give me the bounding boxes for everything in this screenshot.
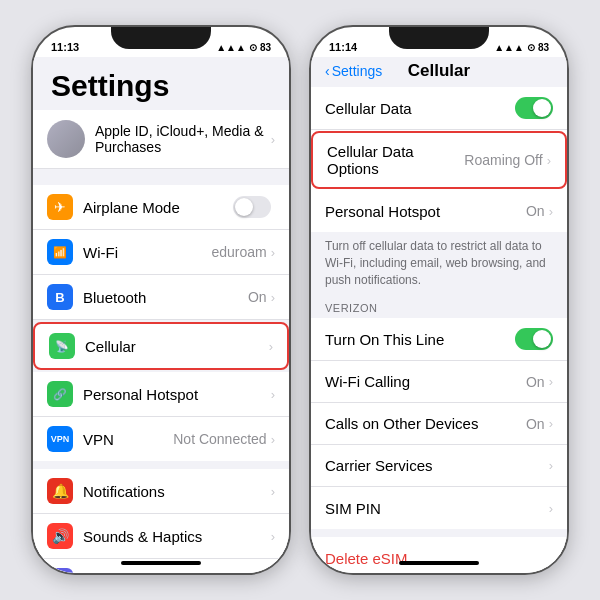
mute-button[interactable] <box>31 137 33 165</box>
bluetooth-value: On <box>248 289 267 305</box>
airplane-toggle[interactable] <box>233 196 271 218</box>
hotspot-label: Personal Hotspot <box>83 386 271 403</box>
carrier-services-row[interactable]: Carrier Services › <box>311 445 567 487</box>
bluetooth-icon: B <box>47 284 73 310</box>
home-bar-left[interactable] <box>121 561 201 565</box>
section-gap-1 <box>33 169 289 177</box>
power-button-right[interactable] <box>567 187 569 252</box>
wifi-calling-row[interactable]: Wi-Fi Calling On › <box>311 361 567 403</box>
mute-button-right[interactable] <box>309 137 311 165</box>
vpn-label: VPN <box>83 431 173 448</box>
signal-icon: ▲▲▲ <box>216 42 246 53</box>
sounds-chevron: › <box>271 529 275 544</box>
cellular-label: Cellular <box>85 338 269 355</box>
hotspot-row[interactable]: 🔗 Personal Hotspot › <box>33 372 289 417</box>
cellular-data-row[interactable]: Cellular Data <box>311 87 567 130</box>
hotspot-chevron: › <box>271 387 275 402</box>
volume-up-button-right[interactable] <box>309 175 311 220</box>
wifi-icon: ⊙ <box>249 42 257 53</box>
personal-hotspot-row[interactable]: Personal Hotspot On › <box>311 190 567 232</box>
battery-left: 83 <box>260 42 271 53</box>
wifi-calling-label: Wi-Fi Calling <box>325 373 526 390</box>
apple-id-chevron: › <box>271 132 275 147</box>
cellular-data-options-label: Cellular Data Options <box>327 143 464 177</box>
calls-other-devices-label: Calls on Other Devices <box>325 415 526 432</box>
volume-down-button[interactable] <box>31 229 33 274</box>
volume-down-button-right[interactable] <box>309 229 311 274</box>
carrier-services-chevron: › <box>549 458 553 473</box>
system-section: 🔔 Notifications › 🔊 Sounds & Haptics › 🌙… <box>33 469 289 573</box>
delete-esim-label: Delete eSIM <box>325 550 408 567</box>
vpn-chevron: › <box>271 432 275 447</box>
left-phone: 11:13 ▲▲▲ ⊙ 83 Settings Apple ID, iCloud… <box>31 25 291 575</box>
focus-label: Focus <box>83 573 271 574</box>
sim-pin-row[interactable]: SIM PIN › <box>311 487 567 529</box>
settings-header: Settings <box>33 57 289 110</box>
sim-pin-label: SIM PIN <box>325 500 549 517</box>
notch <box>111 27 211 49</box>
back-label: Settings <box>332 63 383 79</box>
sim-pin-chevron: › <box>549 501 553 516</box>
cellular-data-toggle[interactable] <box>515 97 553 119</box>
calls-other-devices-chevron: › <box>549 416 553 431</box>
sounds-row[interactable]: 🔊 Sounds & Haptics › <box>33 514 289 559</box>
turn-on-line-label: Turn On This Line <box>325 331 515 348</box>
settings-screen: Settings Apple ID, iCloud+, Media & Purc… <box>33 57 289 573</box>
time-right: 11:14 <box>329 41 357 53</box>
wifi-calling-value: On <box>526 374 545 390</box>
cellular-note: Turn off cellular data to restrict all d… <box>311 232 567 296</box>
notifications-row[interactable]: 🔔 Notifications › <box>33 469 289 514</box>
power-button[interactable] <box>289 187 291 252</box>
vpn-row[interactable]: VPN VPN Not Connected › <box>33 417 289 461</box>
airplane-mode-row[interactable]: ✈ Airplane Mode <box>33 185 289 230</box>
nav-back-button[interactable]: ‹ Settings <box>325 63 382 79</box>
vpn-icon: VPN <box>47 426 73 452</box>
personal-hotspot-value: On <box>526 203 545 219</box>
wifi-icon-row: 📶 <box>47 239 73 265</box>
home-bar-right[interactable] <box>399 561 479 565</box>
notifications-icon: 🔔 <box>47 478 73 504</box>
right-phone: 11:14 ▲▲▲ ⊙ 83 ‹ Settings Cellular Cellu… <box>309 25 569 575</box>
section-gap-esim <box>311 529 567 537</box>
verizon-section: Turn On This Line Wi-Fi Calling On › Cal… <box>311 318 567 529</box>
turn-on-line-toggle[interactable] <box>515 328 553 350</box>
wifi-label: Wi-Fi <box>83 244 211 261</box>
focus-icon: 🌙 <box>47 568 73 573</box>
nav-bar: ‹ Settings Cellular <box>311 57 567 87</box>
status-icons-right: ▲▲▲ ⊙ 83 <box>494 42 549 53</box>
carrier-services-label: Carrier Services <box>325 457 549 474</box>
cellular-row[interactable]: 📡 Cellular › <box>33 322 289 370</box>
hotspot-icon: 🔗 <box>47 381 73 407</box>
battery-right: 83 <box>538 42 549 53</box>
cellular-data-options-row[interactable]: Cellular Data Options Roaming Off › <box>311 131 567 189</box>
cellular-top-section: Cellular Data Cellular Data Options Roam… <box>311 87 567 232</box>
notch-right <box>389 27 489 49</box>
delete-esim-row[interactable]: Delete eSIM <box>311 537 567 575</box>
signal-icon-right: ▲▲▲ <box>494 42 524 53</box>
volume-up-button[interactable] <box>31 175 33 220</box>
personal-hotspot-chevron: › <box>549 204 553 219</box>
calls-other-devices-row[interactable]: Calls on Other Devices On › <box>311 403 567 445</box>
time-left: 11:13 <box>51 41 79 53</box>
personal-hotspot-label: Personal Hotspot <box>325 203 526 220</box>
vpn-value: Not Connected <box>173 431 266 447</box>
verizon-section-label: VERIZON <box>311 296 567 318</box>
cellular-data-options-value: Roaming Off <box>464 152 542 168</box>
bluetooth-row[interactable]: B Bluetooth On › <box>33 275 289 320</box>
calls-other-devices-value: On <box>526 416 545 432</box>
airplane-icon: ✈ <box>47 194 73 220</box>
status-icons-left: ▲▲▲ ⊙ 83 <box>216 42 271 53</box>
turn-on-line-row[interactable]: Turn On This Line <box>311 318 567 361</box>
cellular-screen: ‹ Settings Cellular Cellular Data Cellul… <box>311 57 567 575</box>
cellular-data-label: Cellular Data <box>325 100 515 117</box>
notifications-chevron: › <box>271 484 275 499</box>
apple-id-row[interactable]: Apple ID, iCloud+, Media & Purchases › <box>33 110 289 169</box>
settings-title: Settings <box>51 69 271 102</box>
bluetooth-chevron: › <box>271 290 275 305</box>
nav-title: Cellular <box>408 61 470 81</box>
section-gap-2 <box>33 461 289 469</box>
wifi-row[interactable]: 📶 Wi-Fi eduroam › <box>33 230 289 275</box>
wifi-value: eduroam <box>211 244 266 260</box>
cellular-data-options-chevron: › <box>547 153 551 168</box>
airplane-label: Airplane Mode <box>83 199 233 216</box>
